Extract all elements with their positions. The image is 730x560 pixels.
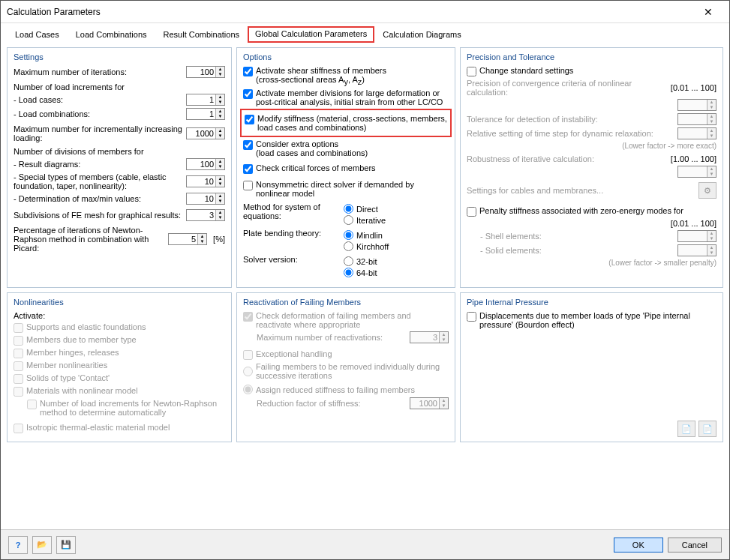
det-input[interactable]: ▲▼	[186, 193, 225, 205]
solid-input: ▲▼	[677, 244, 716, 256]
shell-label: - Shell elements:	[480, 232, 674, 241]
group-precision-title: Precision and Tolerance	[467, 52, 716, 61]
help-icon: ?	[16, 541, 21, 550]
tab-global-calc-params[interactable]: Global Calculation Parameters	[248, 26, 374, 43]
react-max-input: ▲▼	[410, 331, 449, 343]
conv-input: ▲▼	[677, 99, 716, 111]
lc-input[interactable]: ▲▼	[186, 94, 225, 106]
save-button[interactable]: 💾	[56, 536, 76, 554]
red-label: Reduction factor of stiffness:	[257, 399, 407, 408]
group-options-title: Options	[243, 52, 449, 61]
highlight-modify-stiffness: Modify stiffness (material, cross-sectio…	[240, 109, 452, 137]
note-penalty: (Lower factor -> smaller penalty)	[467, 259, 716, 267]
radio-kirchhoff[interactable]: Kirchhoff	[344, 241, 389, 251]
document-icon: 📄	[702, 424, 713, 434]
tol-label: Tolerance for detection of instability:	[467, 115, 674, 124]
corner-btn-2[interactable]: 📄	[698, 421, 716, 437]
chk-modify-stiffness[interactable]: Modify stiffness (material, cross-sectio…	[245, 114, 447, 132]
red-input: ▲▼	[410, 397, 449, 409]
tab-load-combinations[interactable]: Load Combinations	[68, 26, 155, 43]
group-settings: Settings Maximum number of iterations:▲▼…	[7, 47, 232, 288]
open-button[interactable]: 📂	[32, 536, 52, 554]
lco-label: - Load combinations:	[14, 109, 183, 118]
close-button[interactable]: ✕	[693, 1, 723, 22]
radio-mindlin[interactable]: Mindlin	[344, 230, 389, 240]
plate-label: Plate bending theory:	[243, 229, 341, 238]
chk-divisions[interactable]: Activate member divisions for large defo…	[243, 88, 449, 106]
chk-critical[interactable]: Check critical forces of members	[243, 163, 449, 174]
corner-btn-1[interactable]: 📄	[677, 421, 695, 437]
pen-range: [0.01 ... 100]	[671, 219, 716, 228]
tab-strip: Load Cases Load Combinations Result Comb…	[1, 23, 729, 43]
chk-member-nonlin: Member nonlinearities	[14, 361, 225, 371]
ok-button[interactable]: OK	[614, 538, 663, 553]
group-precision: Precision and Tolerance Change standard …	[460, 47, 723, 288]
chk-members-type: Members due to member type	[14, 335, 225, 346]
max-iter-input[interactable]: ▲▼	[186, 66, 225, 78]
spec-input[interactable]: ▲▼	[186, 175, 225, 187]
div-header: Number of divisions of members for	[14, 147, 225, 156]
incr-header: Number of load increments for	[14, 82, 225, 91]
radio-iterative[interactable]: Iterative	[344, 215, 386, 225]
radio-64bit[interactable]: 64-bit	[344, 268, 377, 277]
chk-extra[interactable]: Consider extra options(load cases and co…	[243, 139, 449, 157]
chk-supports: Supports and elastic foundations	[14, 322, 225, 333]
chk-shear[interactable]: Activate shear stiffness of members(cros…	[243, 66, 449, 86]
cables-label: Settings for cables and membranes...	[467, 186, 695, 195]
conv-range: [0.01 ... 100]	[671, 83, 716, 92]
lco-input[interactable]: ▲▼	[186, 108, 225, 120]
chk-hinges: Member hinges, releases	[14, 348, 225, 358]
sub-input[interactable]: ▲▼	[186, 209, 225, 221]
spec-label: - Special types of members (cable, elast…	[14, 172, 183, 190]
help-button[interactable]: ?	[8, 536, 28, 554]
spinner-down-icon[interactable]: ▼	[216, 72, 224, 77]
gear-icon: ⚙	[704, 186, 711, 196]
sub-label: Subdivisions of FE mesh for graphical re…	[14, 211, 183, 220]
det-label: - Determination of max/min values:	[14, 194, 183, 203]
activate-label: Activate:	[14, 311, 225, 320]
chk-nr-auto: Number of load increments for Newton-Rap…	[27, 399, 225, 417]
chk-iso: Isotropic thermal-elastic material model	[14, 423, 225, 433]
rob-range: [1.00 ... 100]	[671, 154, 716, 163]
pct-label: [%]	[213, 235, 225, 244]
tab-calc-diagrams[interactable]: Calculation Diagrams	[374, 26, 470, 43]
window-title: Calculation Parameters	[7, 7, 693, 17]
chk-react-check: Check deformation of failing members and…	[243, 311, 449, 329]
note-exact: (Lower factor -> more exact)	[467, 142, 716, 150]
group-nonlin-title: Nonlinearities	[14, 298, 225, 307]
res-label: - Result diagrams:	[14, 160, 183, 169]
chk-bourdon[interactable]: Displacements due to member loads of typ…	[467, 311, 716, 329]
res-input[interactable]: ▲▼	[186, 158, 225, 170]
chk-penalty[interactable]: Penalty stiffness associated with zero-e…	[467, 206, 716, 217]
group-react-title: Reactivation of Failing Members	[243, 298, 449, 307]
rel-input: ▲▼	[677, 127, 716, 139]
max-incr-input[interactable]: ▲▼	[186, 127, 225, 139]
cancel-button[interactable]: Cancel	[668, 538, 722, 553]
footer: ? 📂 💾 OK Cancel	[1, 529, 729, 559]
max-incr-label: Maximum number for incrementally increas…	[14, 124, 183, 142]
tab-load-cases[interactable]: Load Cases	[7, 26, 68, 43]
spinner-up-icon[interactable]: ▲	[216, 67, 224, 72]
chk-nonsym[interactable]: Nonsymmetric direct solver if demanded b…	[243, 180, 449, 198]
nr-input[interactable]: ▲▼	[168, 233, 207, 245]
solver-label: Solver version:	[243, 255, 341, 264]
rob-label: Robustness of iterative calculation:	[467, 154, 668, 163]
document-icon: 📄	[681, 424, 692, 434]
tol-input: ▲▼	[677, 113, 716, 125]
lc-label: - Load cases:	[14, 95, 183, 104]
cables-settings-button[interactable]: ⚙	[698, 182, 716, 199]
radio-32bit[interactable]: 32-bit	[344, 256, 377, 266]
group-options: Options Activate shear stiffness of memb…	[236, 47, 455, 288]
tab-result-combinations[interactable]: Result Combinations	[155, 26, 248, 43]
group-pipe: Pipe Internal Pressure Displacements due…	[460, 292, 723, 442]
radio-direct[interactable]: Direct	[344, 204, 386, 214]
group-react: Reactivation of Failing Members Check de…	[236, 292, 455, 442]
nr-label: Percentage of iterations of Newton-Raphs…	[14, 226, 165, 253]
group-pipe-title: Pipe Internal Pressure	[467, 298, 716, 307]
chk-change-settings[interactable]: Change standard settings	[467, 66, 716, 76]
rel-label: Relative setting of time step for dynami…	[467, 129, 674, 138]
group-settings-title: Settings	[14, 52, 225, 61]
conv-label: Precision of convergence criteria of non…	[467, 79, 668, 97]
folder-icon: 📂	[37, 540, 47, 550]
chk-materials: Materials with nonlinear model	[14, 386, 225, 397]
